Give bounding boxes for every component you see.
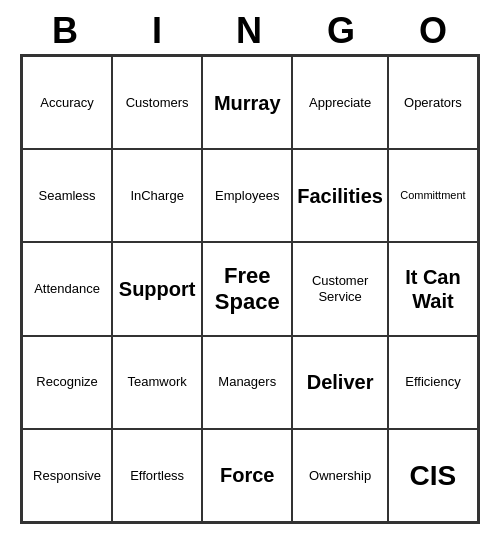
bingo-header: BINGO [20,10,480,52]
bingo-cell: Appreciate [292,56,388,149]
bingo-cell: Effortless [112,429,202,522]
bingo-cell: Facilities [292,149,388,242]
bingo-cell: Deliver [292,336,388,429]
bingo-cell: Ownership [292,429,388,522]
header-letter: I [112,10,204,52]
bingo-cell: Free Space [202,242,292,335]
bingo-cell: Attendance [22,242,112,335]
bingo-cell: Operators [388,56,478,149]
bingo-cell: Accuracy [22,56,112,149]
header-letter: G [296,10,388,52]
bingo-cell: Murray [202,56,292,149]
bingo-cell: Managers [202,336,292,429]
header-letter: B [20,10,112,52]
bingo-cell: Responsive [22,429,112,522]
bingo-cell: It Can Wait [388,242,478,335]
bingo-grid: AccuracyCustomersMurrayAppreciateOperato… [20,54,480,524]
bingo-cell: Teamwork [112,336,202,429]
bingo-cell: Recognize [22,336,112,429]
bingo-cell: Support [112,242,202,335]
bingo-cell: CIS [388,429,478,522]
header-letter: N [204,10,296,52]
bingo-cell: InCharge [112,149,202,242]
bingo-cell: Seamless [22,149,112,242]
bingo-cell: Customers [112,56,202,149]
bingo-cell: Committment [388,149,478,242]
header-letter: O [388,10,480,52]
bingo-cell: Force [202,429,292,522]
bingo-cell: Employees [202,149,292,242]
bingo-cell: Customer Service [292,242,388,335]
bingo-cell: Efficiency [388,336,478,429]
